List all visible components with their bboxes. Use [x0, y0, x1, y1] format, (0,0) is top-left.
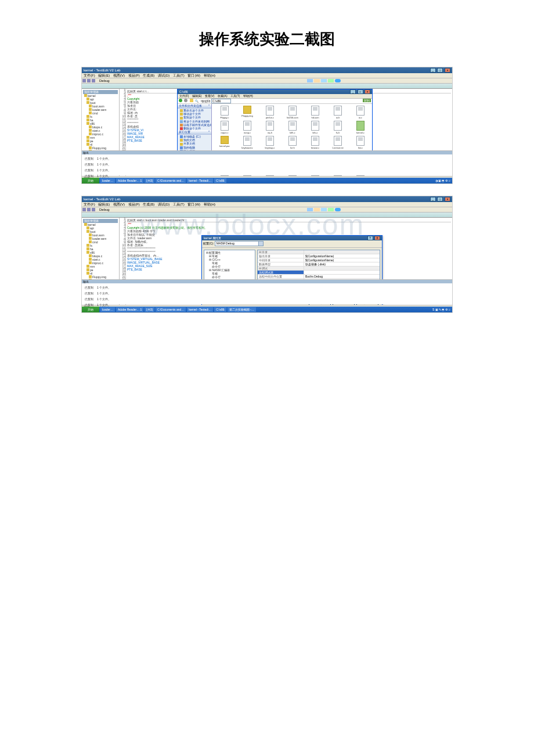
ide-menubar[interactable]: 文件(F) 编辑(E) 视图(V) 项目(P) 生成(B) 调试(D) 工具(T… — [82, 202, 452, 207]
file-item[interactable]: keymap.c — [259, 136, 281, 149]
toolbar-icon[interactable] — [87, 208, 91, 211]
tray[interactable]: ◑ ▣ ◓ ⚙ ♫ — [435, 179, 450, 182]
other-header[interactable]: 其它位置⌃ — [178, 130, 211, 135]
word-icon[interactable] — [314, 208, 320, 211]
file-item[interactable]: Floppy.img — [236, 106, 258, 119]
menu-debug[interactable]: 调试(D) — [158, 203, 169, 206]
file-item[interactable]: kifs.c — [304, 121, 326, 134]
browser-ie-icon[interactable] — [307, 79, 313, 82]
toolbar-icon[interactable] — [87, 79, 91, 82]
menu-build[interactable]: 生成(B) — [143, 203, 154, 206]
file-item[interactable]: kernel.c — [349, 121, 371, 134]
vol-icon[interactable] — [321, 79, 327, 82]
menu-build[interactable]: 生成(B) — [143, 74, 154, 77]
start-button[interactable]: 开始 — [82, 307, 99, 312]
chat-icon[interactable] — [328, 79, 334, 82]
help-button[interactable]: ? — [367, 236, 373, 240]
minimize-button[interactable]: _ — [350, 89, 356, 94]
menu-tools[interactable]: 工具(T) — [230, 94, 240, 98]
menu-view[interactable]: 查看(V) — [205, 94, 215, 98]
taskbar-button[interactable]: Adobe Reader… 1 — [116, 307, 143, 312]
menu-view[interactable]: 视图(V) — [113, 203, 125, 206]
taskbar-button[interactable]: loader… — [100, 307, 115, 312]
tray[interactable]: S ▣ ✎ ◓ ⚙ ♫ — [432, 308, 450, 311]
file-item[interactable]: hd256.asm — [282, 106, 304, 119]
file-item[interactable]: irqact.c — [214, 121, 236, 134]
config-combo[interactable]: Debug — [99, 208, 110, 211]
file-item[interactable]: Floppy.c — [214, 106, 236, 119]
start-button[interactable]: 开始 — [82, 178, 99, 183]
maximize-button[interactable]: □ — [437, 197, 443, 201]
close-button[interactable]: × — [445, 197, 450, 201]
menu-file[interactable]: 文件(F) — [84, 203, 95, 206]
word-icon[interactable] — [314, 79, 320, 82]
project-tree[interactable]: kernelapibootboot.asmloader.asmcmdfshax8… — [83, 94, 118, 157]
file-item[interactable]: fs.h — [327, 121, 349, 134]
taskbar-button[interactable]: C:\Documents and… — [156, 178, 186, 183]
file-item[interactable]: irq.h — [259, 121, 281, 134]
taskbar-button[interactable]: [共3] — [145, 178, 154, 183]
maximize-button[interactable]: □ — [437, 68, 443, 73]
taskbar-button[interactable]: kernel - Textedi… — [187, 178, 213, 183]
menu-edit[interactable]: 编辑(E) — [98, 74, 110, 77]
menu-file[interactable]: 文件(F) — [179, 94, 189, 98]
forward-icon[interactable] — [184, 99, 187, 102]
file-item[interactable]: ironp.c — [236, 121, 258, 134]
toolbar-icon[interactable] — [82, 208, 86, 211]
menu-tools[interactable]: 工具(T) — [173, 203, 185, 206]
toolbar-icon[interactable] — [82, 79, 86, 82]
minimize-button[interactable]: _ — [430, 197, 436, 201]
prop-row[interactable]: 中间目录$(ConfigurationName) — [258, 258, 380, 262]
menu-edit[interactable]: 编辑(E) — [98, 203, 110, 206]
file-item[interactable]: kernel.psc — [214, 136, 236, 149]
config-combo[interactable]: MASM Debug — [215, 241, 264, 246]
webcam-icon[interactable] — [335, 208, 341, 211]
ide-menubar[interactable]: 文件(F) 编辑(E) 视图(V) 项目(P) 生成(B) 调试(D) 工具(T… — [82, 73, 452, 78]
file-item[interactable]: kinose.c — [304, 136, 326, 149]
close-button[interactable]: X — [374, 236, 380, 240]
menu-project[interactable]: 项目(P) — [128, 74, 140, 77]
up-icon[interactable] — [190, 99, 193, 102]
prop-row[interactable]: 数据类型软盘镜像 (.disk) — [258, 262, 380, 267]
taskbar-button[interactable]: C:\Documents and… — [156, 307, 186, 312]
file-item[interactable]: kifh.c — [282, 121, 304, 134]
prop-row[interactable]: ⊟ 调试 — [258, 267, 380, 271]
taskbar-button[interactable]: 第二次实验截图 -… — [228, 307, 256, 312]
menu-file[interactable]: 文件(F) — [84, 74, 95, 77]
prop-row[interactable]: 远程调试器 — [258, 271, 380, 275]
maximize-button[interactable]: □ — [358, 89, 363, 94]
toolbar-icon[interactable] — [92, 208, 95, 211]
file-item[interactable]: ke.h — [282, 136, 304, 149]
file-item[interactable]: list.c — [349, 136, 371, 149]
menu-help[interactable]: 帮助(H) — [243, 94, 253, 98]
menu-project[interactable]: 项目(P) — [128, 203, 140, 206]
go-button[interactable]: 转到 — [363, 99, 371, 102]
menu-help[interactable]: 帮助(H) — [204, 74, 215, 77]
explorer-menubar[interactable]: 文件(F) 编辑(E) 查看(V) 收藏(A) 工具(T) 帮助(H) — [178, 94, 372, 99]
file-item[interactable]: io.h — [327, 106, 349, 119]
menu-view[interactable]: 视图(V) — [113, 74, 125, 77]
menu-window[interactable]: 窗口(W) — [187, 74, 200, 77]
taskbar-button[interactable]: C:\x86 — [214, 178, 226, 183]
file-item[interactable]: hd.asm — [304, 106, 326, 119]
config-combo[interactable]: Debug — [99, 79, 110, 82]
close-button[interactable]: × — [445, 68, 450, 73]
search-icon[interactable]: 🔍 — [195, 99, 199, 103]
menu-window[interactable]: 窗口(W) — [187, 203, 200, 206]
menu-tools[interactable]: 工具(T) — [173, 74, 185, 77]
back-icon[interactable] — [179, 99, 182, 102]
vol-icon[interactable] — [321, 208, 327, 211]
menu-debug[interactable]: 调试(D) — [158, 74, 169, 77]
close-button[interactable]: × — [365, 89, 370, 94]
project-tree[interactable]: kernelapibootboot.asmloader.asmcmdfshax8… — [83, 223, 118, 286]
menu-fav[interactable]: 收藏(A) — [218, 94, 228, 98]
file-item[interactable]: keyboard.c — [236, 136, 258, 149]
toolbar-icon[interactable] — [92, 79, 95, 82]
taskbar-button[interactable]: Adobe Reader… 1 — [116, 178, 143, 183]
taskbar-button[interactable]: kernel - Textedi… — [187, 307, 213, 312]
file-item[interactable]: io.c — [349, 106, 371, 119]
taskbar-button[interactable]: loader… — [100, 178, 115, 183]
taskbar-button[interactable]: C:\x86 — [214, 307, 226, 312]
file-item[interactable]: pmfun.c — [259, 106, 281, 119]
editor-tabs[interactable]: 起始页 start.c boot.asm loader.asm loader.h… — [127, 218, 451, 222]
